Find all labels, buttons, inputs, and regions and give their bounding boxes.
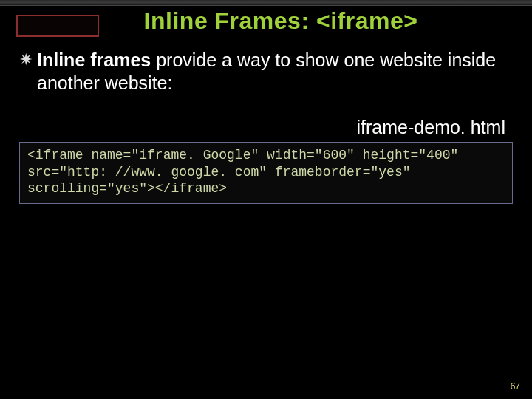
- top-accent-bar: [0, 0, 532, 6]
- bullet-item: ✷ Inline frames provide a way to show on…: [19, 49, 510, 95]
- filename-label: iframe-demo. html: [357, 117, 505, 138]
- code-block: <iframe name="iframe. Google" width="600…: [19, 142, 513, 204]
- bullet-text: Inline frames provide a way to show one …: [37, 49, 510, 95]
- bullet-lead: Inline frames: [37, 50, 151, 70]
- page-number: 67: [511, 381, 520, 392]
- slide-title: Inline Frames: <iframe>: [0, 7, 532, 35]
- bullet-icon: ✷: [19, 52, 33, 68]
